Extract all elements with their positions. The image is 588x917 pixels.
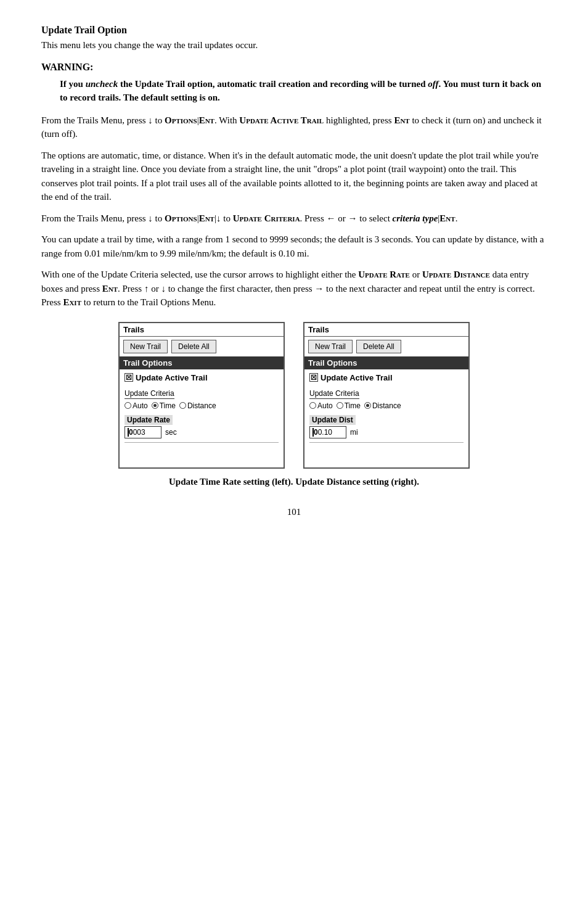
right-panel-body: ☒ Update Active Trail Update Criteria Au… <box>304 369 468 467</box>
left-cursor-char: 0 <box>128 428 133 437</box>
right-field-label: Update Dist <box>309 415 356 425</box>
left-radio-distance[interactable]: Distance <box>179 401 216 410</box>
left-radio-distance-circle <box>179 402 186 409</box>
left-criteria-label: Update Criteria <box>125 389 174 399</box>
right-field-group: Update Dist 00.10 mi <box>309 415 463 438</box>
right-section-header: Trail Options <box>304 356 468 369</box>
right-delete-all-button[interactable]: Delete All <box>356 340 401 353</box>
left-field-digits: 003 <box>133 428 145 437</box>
right-radio-distance-label: Distance <box>372 401 401 410</box>
right-field-value-row: 00.10 mi <box>309 426 463 438</box>
left-radio-auto-label: Auto <box>133 401 148 410</box>
left-radio-auto-circle <box>125 402 131 409</box>
right-checkbox-row: ☒ Update Active Trail <box>309 373 463 382</box>
right-panel-title: Trails <box>304 323 468 337</box>
left-field-label: Update Rate <box>125 415 173 425</box>
right-checkbox-icon[interactable]: ☒ <box>309 373 318 382</box>
page-number: 101 <box>41 507 547 517</box>
right-radio-time[interactable]: Time <box>337 401 361 410</box>
figure-caption: Update Time Rate setting (left). Update … <box>41 475 547 489</box>
right-criteria-group: Update Criteria Auto Time Distance <box>309 389 463 410</box>
right-radio-auto[interactable]: Auto <box>309 401 333 410</box>
left-field-unit: sec <box>165 428 177 437</box>
left-panel: Trails New Trail Delete All Trail Option… <box>118 322 285 469</box>
para3: From the Trails Menu, press to Options|E… <box>41 212 547 226</box>
left-field-group: Update Rate 0003 sec <box>125 415 279 438</box>
left-delete-all-button[interactable]: Delete All <box>171 340 216 353</box>
para4: You can update a trail by time, with a r… <box>41 232 547 260</box>
warning-block: If you uncheck the Update Trail option, … <box>60 77 547 105</box>
right-radio-auto-circle <box>309 402 316 409</box>
left-field-value-box[interactable]: 0003 <box>125 426 161 438</box>
right-new-trail-button[interactable]: New Trail <box>308 340 353 353</box>
left-checkbox-icon[interactable]: ☒ <box>125 373 133 382</box>
right-checkbox-label: Update Active Trail <box>321 373 393 382</box>
left-section-header: Trail Options <box>120 356 284 369</box>
right-radio-distance[interactable]: Distance <box>364 401 401 410</box>
left-new-trail-button[interactable]: New Trail <box>123 340 168 353</box>
para1: From the Trails Menu, press to Options|E… <box>41 113 547 141</box>
left-radio-time[interactable]: Time <box>152 401 176 410</box>
right-criteria-label: Update Criteria <box>309 389 359 399</box>
section-heading: Update Trail Option <box>41 25 547 36</box>
left-checkbox-label: Update Active Trail <box>136 373 208 382</box>
left-radio-distance-label: Distance <box>187 401 216 410</box>
left-criteria-group: Update Criteria Auto Time Distance <box>125 389 279 410</box>
page-content: Update Trail Option This menu lets you c… <box>41 25 547 517</box>
left-radio-row: Auto Time Distance <box>125 401 279 410</box>
right-radio-distance-circle <box>364 402 371 409</box>
right-field-digits: 0.10 <box>318 428 332 437</box>
right-panel-btn-row: New Trail Delete All <box>304 337 468 356</box>
right-field-value-box[interactable]: 00.10 <box>309 426 346 438</box>
warning-label: WARNING: <box>41 60 547 75</box>
panels-container: Trails New Trail Delete All Trail Option… <box>41 322 547 469</box>
left-radio-time-label: Time <box>160 401 176 410</box>
right-cursor-char: 0 <box>312 428 318 437</box>
right-field-unit: mi <box>350 428 358 437</box>
right-panel-footer <box>309 442 463 464</box>
left-panel-btn-row: New Trail Delete All <box>120 337 284 356</box>
right-panel: Trails New Trail Delete All Trail Option… <box>303 322 470 469</box>
left-radio-time-circle <box>152 402 158 409</box>
right-radio-row: Auto Time Distance <box>309 401 463 410</box>
right-radio-auto-label: Auto <box>317 401 333 410</box>
para5: With one of the Update Criteria selected… <box>41 268 547 310</box>
left-panel-footer <box>125 442 279 464</box>
right-radio-time-label: Time <box>345 401 361 410</box>
right-radio-time-circle <box>337 402 343 409</box>
left-panel-body: ☒ Update Active Trail Update Criteria Au… <box>120 369 284 467</box>
left-checkbox-row: ☒ Update Active Trail <box>125 373 279 382</box>
left-field-value-row: 0003 sec <box>125 426 279 438</box>
left-panel-title: Trails <box>120 323 284 337</box>
para2: The options are automatic, time, or dist… <box>41 149 547 204</box>
warning-text: If you uncheck the Update Trail option, … <box>60 77 547 105</box>
intro-para: This menu lets you change the way the tr… <box>41 38 547 52</box>
left-radio-auto[interactable]: Auto <box>125 401 148 410</box>
